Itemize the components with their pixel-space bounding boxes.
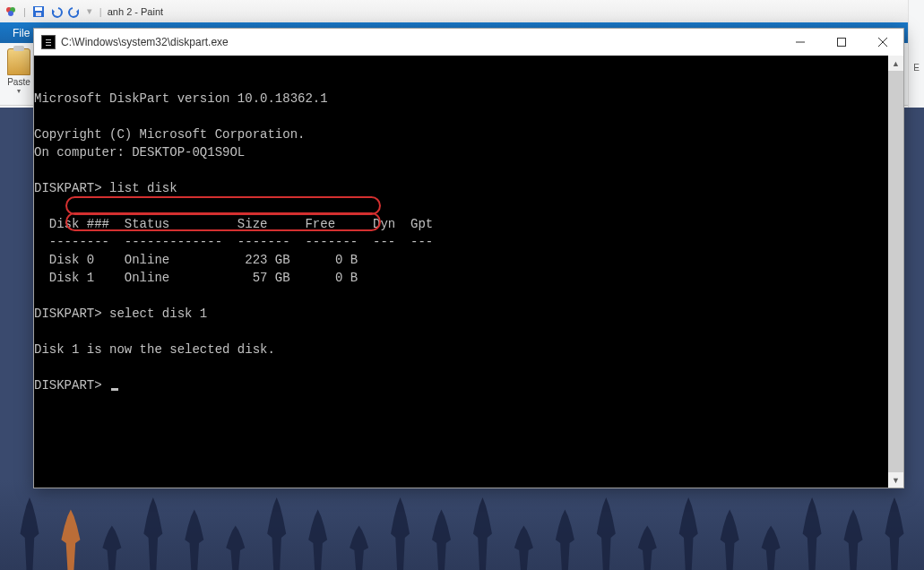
wallpaper-figure bbox=[96, 521, 127, 570]
clipboard-icon bbox=[7, 48, 30, 75]
wallpaper-figure bbox=[426, 503, 457, 570]
wallpaper-figure bbox=[302, 503, 333, 570]
titlebar[interactable]: C:\Windows\system32\diskpart.exe bbox=[34, 29, 903, 56]
wallpaper-figure bbox=[673, 489, 704, 570]
svg-rect-7 bbox=[838, 39, 846, 47]
separator: | bbox=[99, 6, 102, 17]
vertical-scrollbar[interactable]: ▲ ▼ bbox=[888, 56, 903, 488]
wallpaper-figure bbox=[838, 503, 869, 570]
minimize-button[interactable] bbox=[780, 29, 821, 56]
wallpaper-figure bbox=[508, 521, 540, 570]
console-line: Disk 1 Online 57 GB 0 B bbox=[34, 271, 358, 285]
wallpaper-figure bbox=[137, 489, 168, 570]
window-controls bbox=[780, 29, 903, 56]
wallpaper-figure bbox=[261, 489, 292, 570]
paint-app-icon bbox=[4, 4, 18, 19]
wallpaper-figure bbox=[55, 503, 86, 570]
close-button[interactable] bbox=[862, 29, 903, 56]
console-line: Disk 1 is now the selected disk. bbox=[34, 342, 275, 357]
redo-icon[interactable] bbox=[67, 4, 82, 19]
scroll-thumb[interactable] bbox=[888, 71, 903, 472]
qat-dropdown-icon[interactable]: ▾ bbox=[87, 5, 92, 17]
wallpaper-figure bbox=[591, 489, 622, 570]
console-line: DISKPART> list disk bbox=[34, 181, 177, 195]
paint-quick-access-toolbar: | ▾ | anh 2 - Paint bbox=[0, 0, 924, 22]
scroll-up-icon[interactable]: ▲ bbox=[888, 56, 903, 71]
wallpaper-figure bbox=[384, 489, 416, 570]
diskpart-window: C:\Windows\system32\diskpart.exe Microso… bbox=[33, 28, 904, 488]
edit-group-label: E bbox=[913, 63, 920, 73]
annotation-highlight bbox=[65, 196, 381, 215]
wallpaper-figure bbox=[13, 489, 45, 570]
paint-title: anh 2 - Paint bbox=[108, 6, 163, 17]
scroll-track[interactable] bbox=[888, 71, 903, 472]
desktop-wallpaper bbox=[0, 480, 924, 570]
console-line: Microsoft DiskPart version 10.0.18362.1 bbox=[34, 91, 328, 106]
wallpaper-figure bbox=[549, 503, 581, 570]
console-line: On computer: DESKTOP-0Q1S9OL bbox=[34, 145, 245, 160]
console-area: Microsoft DiskPart version 10.0.18362.1 … bbox=[34, 56, 903, 488]
console-output[interactable]: Microsoft DiskPart version 10.0.18362.1 … bbox=[34, 56, 888, 488]
wallpaper-figure bbox=[178, 503, 210, 570]
wallpaper-figure bbox=[714, 503, 746, 570]
console-line: DISKPART> select disk 1 bbox=[34, 307, 207, 321]
console-line: Copyright (C) Microsoft Corporation. bbox=[34, 127, 305, 142]
console-line: DISKPART> bbox=[34, 378, 109, 393]
wallpaper-figure bbox=[632, 521, 663, 570]
svg-rect-4 bbox=[35, 7, 42, 11]
wallpaper-figure bbox=[797, 489, 828, 570]
svg-rect-5 bbox=[36, 13, 41, 16]
maximize-button[interactable] bbox=[821, 29, 862, 56]
scroll-down-icon[interactable]: ▼ bbox=[888, 472, 903, 488]
undo-icon[interactable] bbox=[49, 4, 64, 19]
cmd-icon bbox=[41, 35, 56, 49]
ribbon-right-edge: E bbox=[908, 0, 924, 108]
dropdown-caret-icon[interactable]: ▾ bbox=[17, 87, 21, 95]
wallpaper-figure bbox=[343, 521, 375, 570]
wallpaper-figure bbox=[756, 521, 787, 570]
console-line: -------- ------------- ------- ------- -… bbox=[34, 235, 433, 249]
paste-button[interactable]: Paste ▾ bbox=[4, 47, 34, 97]
console-line: Disk ### Status Size Free Dyn Gpt bbox=[34, 217, 433, 231]
svg-point-2 bbox=[8, 11, 13, 16]
console-line: Disk 0 Online 223 GB 0 B bbox=[34, 253, 358, 267]
wallpaper-figure bbox=[220, 521, 251, 570]
window-title: C:\Windows\system32\diskpart.exe bbox=[61, 36, 780, 48]
wallpaper-figure bbox=[878, 489, 910, 570]
save-icon[interactable] bbox=[31, 4, 46, 19]
wallpaper-figure bbox=[467, 489, 498, 570]
paste-label: Paste bbox=[7, 77, 30, 87]
separator: | bbox=[23, 6, 26, 17]
cursor-icon bbox=[111, 388, 118, 391]
